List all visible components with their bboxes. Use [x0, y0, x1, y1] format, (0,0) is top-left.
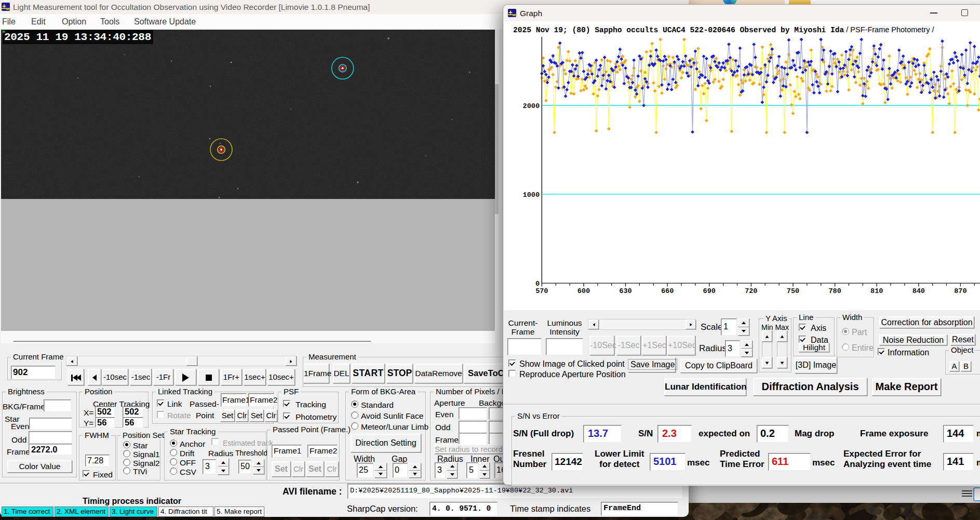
svg-text:630: 630: [619, 287, 632, 295]
svg-text:780: 780: [828, 287, 841, 295]
svg-text:840: 840: [912, 287, 925, 295]
svg-text:600: 600: [578, 287, 590, 295]
svg-text:870: 870: [954, 287, 966, 295]
svg-text:720: 720: [745, 287, 757, 295]
svg-text:0: 0: [535, 280, 540, 288]
svg-text:750: 750: [787, 287, 799, 295]
svg-text:810: 810: [870, 287, 883, 295]
svg-text:1000: 1000: [523, 191, 540, 199]
svg-text:660: 660: [661, 287, 674, 295]
svg-text:2000: 2000: [523, 102, 540, 110]
svg-text:570: 570: [535, 287, 548, 295]
svg-text:690: 690: [703, 287, 716, 295]
